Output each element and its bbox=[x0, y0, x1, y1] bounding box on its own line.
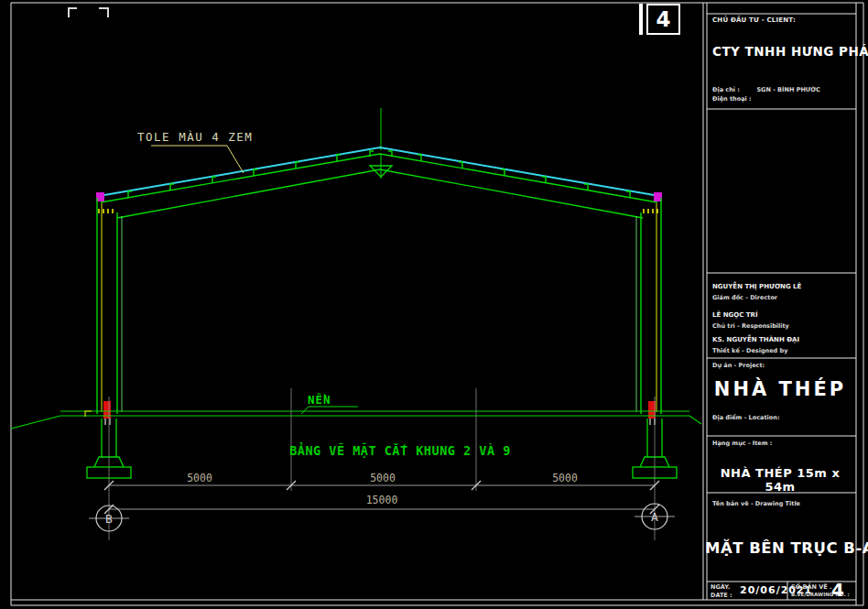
address-label: Địa chỉ : bbox=[712, 86, 740, 93]
personnel-name: LÊ NGỌC TRÍ bbox=[712, 311, 758, 319]
sheet-number-label: SỐ BẢN VẼ . bbox=[791, 583, 831, 591]
project-label: Dự án - Project: bbox=[712, 362, 765, 369]
sheet-number-box: 4 bbox=[646, 4, 680, 35]
address-value: SGN - BÌNH PHƯỚC bbox=[756, 86, 819, 93]
item-label: Hạng mục - Item : bbox=[712, 440, 772, 447]
drawing-title-label: Tên bản vẽ - Drawing Title bbox=[712, 500, 800, 507]
ground-label: NỀN bbox=[308, 393, 331, 407]
client-company: CTY TNHH HƯNG PHÁT bbox=[712, 44, 868, 59]
cad-sheet: { "drawing_number": "4", "colors": { "fr… bbox=[0, 0, 868, 609]
dim-segment-1: 5000 bbox=[187, 472, 212, 484]
grid-bubble-label: B bbox=[105, 512, 113, 526]
girt-clips bbox=[99, 209, 657, 213]
dimension-text: 5000 5000 5000 15000 bbox=[187, 472, 578, 506]
project-name: NHÀ THÉP bbox=[705, 378, 855, 400]
corner-bar bbox=[639, 4, 643, 35]
date-label-en: DATE : bbox=[711, 592, 732, 599]
client-address: Địa chỉ : SGN - BÌNH PHƯỚC bbox=[712, 86, 820, 93]
drawing-title-value: MẶT BÊN TRỤC B-A bbox=[705, 539, 855, 557]
dim-segment-3: 5000 bbox=[552, 472, 578, 484]
date-label: NGÀY. bbox=[711, 583, 730, 591]
corner-tick bbox=[69, 8, 108, 17]
grid-bubble-label: A bbox=[651, 510, 658, 524]
rafter-lines bbox=[101, 154, 657, 218]
personnel-role: Thiết kế - Designed by bbox=[712, 347, 787, 354]
personnel-role: Chủ trì - Responsibility bbox=[712, 322, 789, 330]
client-label: CHỦ ĐẦU TƯ - CLIENT: bbox=[712, 16, 796, 24]
gutter-marks bbox=[96, 192, 662, 201]
dim-total: 15000 bbox=[366, 494, 398, 506]
right-column bbox=[636, 198, 661, 414]
base-plates bbox=[103, 401, 656, 425]
ground-lines bbox=[11, 411, 701, 429]
personnel-name: KS. NGUYỄN THÀNH ĐẠI bbox=[712, 336, 799, 343]
sheet-number-value: 4 bbox=[831, 579, 844, 601]
left-column bbox=[97, 198, 122, 414]
client-phone: Điện thoại : bbox=[712, 95, 752, 103]
roof-material-label: TOLE MÀU 4 ZEM bbox=[137, 130, 253, 144]
section-caption: BẢNG VẼ MẶT CẮT KHUNG 2 VÀ 9 bbox=[289, 442, 511, 458]
personnel-role: Giám đốc - Director bbox=[712, 294, 777, 301]
location-label: Địa điểm - Location: bbox=[712, 414, 779, 421]
personnel-name: NGUYỄN THỊ PHƯƠNG LÊ bbox=[712, 283, 801, 290]
roof-material-callout: TOLE MÀU 4 ZEM bbox=[137, 130, 253, 173]
item-value: NHÀ THÉP 15m x 54m bbox=[705, 466, 855, 494]
dim-segment-2: 5000 bbox=[370, 472, 396, 484]
